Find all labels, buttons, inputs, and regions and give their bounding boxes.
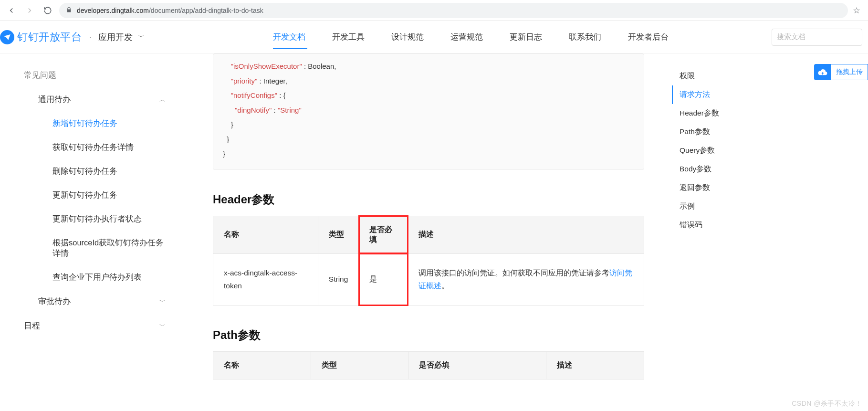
th-name: 名称 (213, 216, 318, 253)
sidebar-item-get-todo[interactable]: 获取钉钉待办任务详情 (0, 136, 177, 159)
sidebar-section-todo[interactable]: 通用待办︿ (0, 87, 177, 112)
url-text: developers.dingtalk.com/document/app/add… (77, 7, 263, 14)
brand-logo-icon (0, 30, 14, 44)
toc-item-return-params[interactable]: 返回参数 (672, 179, 759, 197)
sidebar-item-update-executor[interactable]: 更新钉钉待办执行者状态 (0, 207, 177, 231)
table-row: x-acs-dingtalk-access-token String 是 调用该… (213, 253, 644, 306)
upload-cloud-icon (814, 64, 831, 80)
right-toc: 权限 请求方法 Header参数 Path参数 Query参数 Body参数 返… (659, 53, 759, 411)
nav-link-operate[interactable]: 运营规范 (450, 22, 483, 52)
code-sample: "isOnlyShowExecutor" : Boolean, "priorit… (213, 53, 644, 170)
toc-item-body-params[interactable]: Body参数 (672, 160, 759, 179)
doc-main: "isOnlyShowExecutor" : Boolean, "priorit… (191, 53, 659, 411)
forward-button[interactable] (23, 4, 36, 17)
lock-icon (66, 7, 72, 14)
nav-link-design[interactable]: 设计规范 (391, 22, 424, 52)
section-path-params: Path参数 (213, 327, 644, 343)
search-input[interactable]: 搜索文档 (772, 29, 862, 46)
th-required: 是否必填 (359, 216, 408, 253)
chevron-down-icon: ﹀ (157, 297, 167, 306)
section-header-params: Header参数 (213, 192, 644, 207)
toc-item-path-params[interactable]: Path参数 (672, 123, 759, 141)
th-desc: 描述 (546, 352, 644, 379)
sidebar-section-approval[interactable]: 审批待办﹀ (0, 289, 177, 314)
toc-item-header-params[interactable]: Header参数 (672, 104, 759, 123)
cell-type: String (318, 253, 359, 306)
top-nav-links: 开发文档 开发工具 设计规范 运营规范 更新日志 联系我们 开发者后台 (273, 22, 669, 52)
cell-name: x-acs-dingtalk-access-token (213, 253, 318, 306)
th-name: 名称 (213, 352, 311, 379)
path-params-table: 名称 类型 是否必填 描述 (213, 351, 644, 379)
chevron-up-icon: ︿ (157, 95, 167, 104)
back-button[interactable] (5, 4, 18, 17)
nav-link-contact[interactable]: 联系我们 (569, 22, 601, 52)
address-bar[interactable]: developers.dingtalk.com/document/app/add… (59, 3, 848, 18)
browser-toolbar: developers.dingtalk.com/document/app/add… (0, 0, 868, 21)
upload-label: 拖拽上传 (831, 64, 868, 80)
upload-badge[interactable]: 拖拽上传 (814, 64, 868, 80)
cell-desc: 调用该接口的访问凭证。如何获取不同应用的凭证请参考访问凭证概述。 (408, 253, 644, 306)
nav-link-changelog[interactable]: 更新日志 (510, 22, 542, 52)
cell-required: 是 (359, 253, 408, 306)
th-desc: 描述 (408, 216, 644, 253)
sidebar-item-calendar[interactable]: 日程﹀ (0, 314, 177, 338)
sidebar-item-get-by-source[interactable]: 根据sourceId获取钉钉待办任务详情 (0, 231, 177, 265)
nav-link-docs[interactable]: 开发文档 (273, 22, 305, 52)
th-required: 是否必填 (408, 352, 546, 379)
bookmark-star-icon[interactable]: ☆ (853, 5, 860, 16)
chevron-down-icon: ﹀ (138, 33, 144, 41)
sidebar-item-list-user-todo[interactable]: 查询企业下用户待办列表 (0, 265, 177, 289)
toc-item-request[interactable]: 请求方法 (672, 85, 759, 104)
toc-item-example[interactable]: 示例 (672, 197, 759, 216)
brand[interactable]: 钉钉开放平台 · 应用开发 ﹀ (0, 30, 144, 44)
nav-link-console[interactable]: 开发者后台 (628, 22, 669, 52)
reload-button[interactable] (41, 4, 54, 17)
brand-name: 钉钉开放平台 (17, 30, 82, 44)
sidebar-item-add-todo[interactable]: 新增钉钉待办任务 (0, 112, 177, 136)
th-type: 类型 (318, 216, 359, 253)
brand-sub[interactable]: 应用开发 (98, 32, 133, 43)
chevron-down-icon: ﹀ (157, 322, 167, 330)
toc-item-permission[interactable]: 权限 (672, 67, 759, 85)
sidebar-item-delete-todo[interactable]: 删除钉钉待办任务 (0, 159, 177, 183)
site-header: 钉钉开放平台 · 应用开发 ﹀ 开发文档 开发工具 设计规范 运营规范 更新日志… (0, 21, 868, 53)
toc-item-query-params[interactable]: Query参数 (672, 141, 759, 160)
header-params-table: 名称 类型 是否必填 描述 x-acs-dingtalk-access-toke… (213, 216, 644, 306)
watermark-text: CSDN @杀手不太冷！ (792, 400, 862, 408)
sidebar-item-update-todo[interactable]: 更新钉钉待办任务 (0, 183, 177, 207)
search-placeholder: 搜索文档 (777, 32, 805, 42)
doc-sidebar: 常见问题 通用待办︿ 新增钉钉待办任务 获取钉钉待办任务详情 删除钉钉待办任务 … (0, 53, 191, 411)
toc-item-error-codes[interactable]: 错误码 (672, 216, 759, 234)
sidebar-item-faq[interactable]: 常见问题 (0, 63, 177, 87)
nav-link-tools[interactable]: 开发工具 (332, 22, 365, 52)
th-type: 类型 (311, 352, 408, 379)
brand-separator: · (89, 32, 92, 42)
